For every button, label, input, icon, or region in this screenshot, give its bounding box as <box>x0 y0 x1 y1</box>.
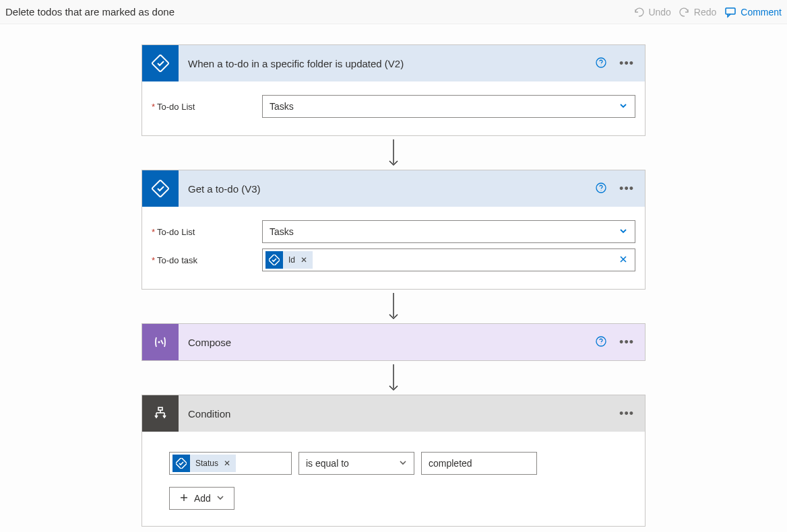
outlook-tasks-icon <box>142 45 179 81</box>
param-label: *To-do task <box>152 255 262 265</box>
todo-task-input[interactable]: Id ✕ <box>262 248 635 271</box>
select-value: Tasks <box>270 226 294 237</box>
param-todo-task: *To-do task Id ✕ <box>152 248 635 271</box>
param-todo-list: *To-do List Tasks <box>152 95 635 118</box>
more-menu-button[interactable]: ••• <box>619 407 634 421</box>
svg-rect-1 <box>152 55 168 71</box>
more-menu-button[interactable]: ••• <box>619 57 634 71</box>
get-todo-card: Get a to-do (V3) ••• *To-do List Tasks <box>141 170 646 290</box>
outlook-tasks-icon <box>142 170 179 207</box>
todo-list-select[interactable]: Tasks <box>262 95 635 118</box>
comment-icon <box>724 6 736 18</box>
condition-card: Condition ••• Status ✕ is equal to <box>141 395 646 527</box>
param-todo-list: *To-do List Tasks <box>152 220 635 243</box>
condition-value: completed <box>429 458 472 469</box>
condition-header[interactable]: Condition ••• <box>142 395 645 432</box>
condition-operator-select[interactable]: is equal to <box>298 452 414 475</box>
trigger-title: When a to-do in a specific folder is upd… <box>179 58 595 69</box>
trigger-body: *To-do List Tasks <box>142 81 645 135</box>
token-label: Status <box>190 459 222 468</box>
svg-point-9 <box>596 337 606 346</box>
redo-button[interactable]: Redo <box>679 7 716 18</box>
redo-icon <box>679 7 690 18</box>
comment-label: Comment <box>741 7 782 18</box>
get-todo-title: Get a to-do (V3) <box>179 183 595 195</box>
dynamic-token-status[interactable]: Status ✕ <box>172 455 236 472</box>
param-label: *To-do List <box>152 102 262 112</box>
dynamic-token-id[interactable]: Id ✕ <box>265 251 313 269</box>
condition-left-input[interactable]: Status ✕ <box>169 452 292 475</box>
svg-point-2 <box>596 58 606 67</box>
get-todo-body: *To-do List Tasks *To-do task Id <box>142 207 645 289</box>
trigger-card: When a to-do in a specific folder is upd… <box>141 44 646 136</box>
chevron-down-icon <box>619 226 628 238</box>
add-condition-button[interactable]: Add <box>169 487 234 510</box>
more-menu-button[interactable]: ••• <box>619 335 634 350</box>
compose-title: Compose <box>179 337 595 348</box>
select-value: Tasks <box>270 101 294 112</box>
undo-label: Undo <box>648 7 670 18</box>
add-label: Add <box>194 493 211 504</box>
chevron-down-icon <box>216 493 224 504</box>
condition-title: Condition <box>179 408 619 420</box>
compose-header[interactable]: Compose ••• <box>142 324 645 360</box>
outlook-tasks-icon <box>172 455 190 472</box>
flow-title: Delete todos that are marked as done <box>3 6 633 18</box>
compose-card: Compose ••• <box>141 323 646 361</box>
trigger-header[interactable]: When a to-do in a specific folder is upd… <box>142 45 645 81</box>
designer-canvas: When a to-do in a specific folder is upd… <box>0 24 787 532</box>
condition-row: Status ✕ is equal to completed <box>169 452 618 475</box>
svg-rect-11 <box>158 407 162 410</box>
svg-point-8 <box>158 341 160 343</box>
undo-button[interactable]: Undo <box>633 7 670 18</box>
todo-list-select[interactable]: Tasks <box>262 220 635 243</box>
clear-input-icon[interactable] <box>619 255 628 266</box>
chevron-down-icon <box>399 458 407 469</box>
token-label: Id <box>283 255 299 265</box>
undo-icon <box>633 7 644 18</box>
connector-arrow <box>387 290 400 323</box>
outlook-tasks-icon <box>265 251 283 269</box>
operator-value: is equal to <box>306 458 349 469</box>
plus-icon <box>179 493 189 504</box>
condition-body: Status ✕ is equal to completed <box>142 432 645 526</box>
connector-arrow <box>387 136 400 170</box>
get-todo-header[interactable]: Get a to-do (V3) ••• <box>142 170 645 207</box>
top-bar: Delete todos that are marked as done Und… <box>0 0 787 24</box>
condition-value-input[interactable]: completed <box>421 452 537 475</box>
svg-rect-4 <box>152 180 168 197</box>
token-remove-icon[interactable]: ✕ <box>222 459 236 468</box>
svg-point-5 <box>596 183 606 193</box>
compose-icon <box>142 324 179 360</box>
more-menu-button[interactable]: ••• <box>619 182 634 196</box>
chevron-down-icon <box>619 101 628 112</box>
comment-button[interactable]: Comment <box>724 6 782 18</box>
token-remove-icon[interactable]: ✕ <box>299 255 313 265</box>
top-actions: Undo Redo Comment <box>633 6 784 18</box>
help-icon[interactable] <box>595 57 607 71</box>
connector-arrow <box>387 361 400 395</box>
condition-icon <box>142 395 179 432</box>
param-label: *To-do List <box>152 227 262 237</box>
redo-label: Redo <box>694 7 716 18</box>
help-icon[interactable] <box>595 182 607 196</box>
svg-rect-0 <box>726 8 735 14</box>
help-icon[interactable] <box>595 335 607 350</box>
